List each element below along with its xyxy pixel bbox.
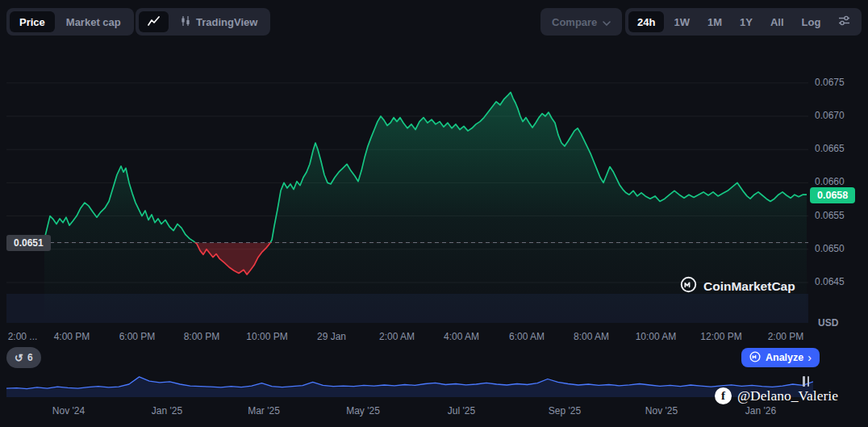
price-tab[interactable]: Price: [10, 11, 55, 32]
navigator-axis: Nov '24Jan '25Mar '25May '25Jul '25Sep '…: [6, 405, 813, 418]
x-axis-label: 10:00 PM: [246, 331, 287, 342]
coinmarketcap-chart-page: Price Market cap TradingView Compare: [0, 0, 868, 427]
social-watermark: f @Delano_Valerie: [715, 387, 838, 404]
price-marketcap-toggle: Price Market cap: [6, 8, 134, 36]
market-cap-tab[interactable]: Market cap: [56, 11, 131, 32]
navigator-axis-label: Sep '25: [549, 405, 581, 417]
x-axis-label: 4:00 PM: [54, 331, 90, 342]
y-axis-label: 0.0655: [815, 210, 845, 221]
range-1m[interactable]: 1M: [699, 11, 730, 32]
range-all[interactable]: All: [762, 11, 792, 32]
range-1m-label: 1M: [707, 16, 722, 28]
history-undo-icon: ↺: [15, 353, 23, 363]
chart-type-toggle: TradingView: [136, 8, 270, 36]
open-price-label: 0.0651: [6, 235, 51, 251]
facebook-icon: f: [715, 387, 732, 404]
coinmarketcap-watermark-text: CoinMarketCap: [703, 279, 795, 294]
navigator-axis-label: Jan '25: [152, 405, 182, 417]
x-axis-label: 4:00 AM: [444, 331, 479, 342]
line-chart-icon: [148, 16, 160, 28]
navigator-axis-label: May '25: [346, 405, 380, 417]
history-badge[interactable]: ↺ 6: [6, 347, 41, 368]
range-1w-label: 1W: [674, 16, 690, 28]
social-handle: @Delano_Valerie: [737, 387, 838, 404]
compare-label: Compare: [552, 16, 597, 28]
x-axis-label: 2:00 ...: [8, 331, 38, 342]
navigator-axis-label: Jul '25: [448, 405, 475, 417]
range-24h-label: 24h: [637, 16, 655, 28]
y-axis-label: 0.0645: [815, 276, 845, 287]
time-range-group: 24h 1W 1M 1Y All Log: [625, 8, 862, 36]
y-axis-label: 0.0675: [815, 77, 845, 88]
analyze-logo-icon: [749, 351, 761, 365]
x-axis-label: 2:00 PM: [768, 331, 804, 342]
y-axis-label: 0.0660: [815, 176, 845, 187]
log-scale-toggle[interactable]: Log: [794, 11, 829, 32]
candlestick-icon: [180, 15, 191, 29]
line-chart-button[interactable]: [139, 11, 169, 32]
coinmarketcap-logo-icon: [680, 276, 697, 296]
log-label: Log: [802, 16, 821, 28]
range-1w[interactable]: 1W: [666, 11, 698, 32]
analyze-button[interactable]: Analyze ›: [741, 348, 820, 367]
coinmarketcap-watermark: CoinMarketCap: [680, 276, 795, 296]
x-axis-label: 8:00 AM: [574, 331, 609, 342]
y-axis-label: 0.0665: [815, 143, 845, 154]
price-tab-label: Price: [19, 16, 45, 28]
chart-settings-button[interactable]: [830, 11, 858, 32]
x-axis-label: 12:00 PM: [700, 331, 741, 342]
x-axis-label: 6:00 PM: [119, 331, 156, 342]
tradingview-button[interactable]: TradingView: [170, 11, 267, 32]
x-axis-label: 2:00 AM: [379, 331, 415, 342]
range-navigator[interactable]: [6, 368, 813, 397]
x-axis: 2:00 ...4:00 PM6:00 PM8:00 PM10:00 PM29 …: [6, 331, 808, 344]
currency-label: USD: [818, 317, 838, 329]
x-axis-label: 10:00 AM: [636, 331, 677, 342]
chevron-down-icon: [603, 16, 611, 28]
current-price-badge: 0.0658: [810, 187, 855, 203]
x-axis-label: 6:00 AM: [509, 331, 545, 342]
navigator-axis-label: Mar '25: [248, 405, 280, 417]
range-1y-label: 1Y: [740, 16, 753, 28]
history-count: 6: [27, 352, 33, 363]
analyze-label: Analyze: [766, 352, 803, 363]
x-axis-label: 8:00 PM: [184, 331, 220, 342]
market-cap-tab-label: Market cap: [66, 16, 121, 28]
range-24h[interactable]: 24h: [628, 11, 664, 32]
navigator-axis-label: Nov '24: [52, 405, 85, 417]
sliders-icon: [838, 15, 850, 29]
y-axis-label: 0.0670: [815, 110, 845, 121]
compare-button[interactable]: Compare: [540, 8, 622, 36]
tradingview-label: TradingView: [196, 16, 257, 28]
y-axis-label: 0.0650: [815, 243, 845, 254]
y-axis: 0.06750.06700.06650.06600.06550.06500.06…: [813, 45, 865, 323]
navigator-svg[interactable]: [6, 368, 813, 397]
analyze-chevron-icon: ›: [807, 351, 812, 364]
range-1y[interactable]: 1Y: [732, 11, 761, 32]
range-all-label: All: [770, 16, 784, 28]
navigator-axis-label: Jan '26: [745, 405, 776, 417]
x-axis-label: 29 Jan: [317, 331, 346, 342]
navigator-axis-label: Nov '25: [645, 405, 678, 417]
navigator-resize-handle[interactable]: [803, 376, 809, 387]
